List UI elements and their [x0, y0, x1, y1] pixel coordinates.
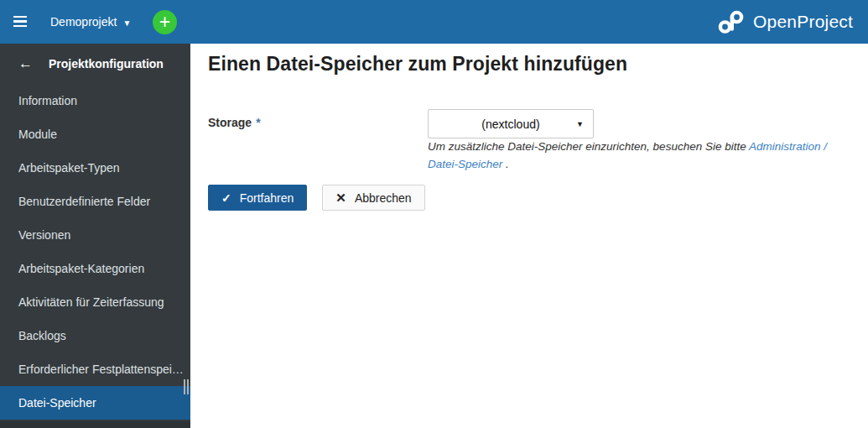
project-name: Demoprojekt — [50, 15, 117, 29]
continue-button-label: Fortfahren — [240, 191, 294, 205]
top-navigation-bar: Demoprojekt ▼ + OpenProject — [0, 0, 868, 44]
main-content: Einen Datei-Speicher zum Projekt hinzufü… — [190, 44, 868, 428]
storage-select-value: (nextcloud) — [481, 117, 539, 131]
project-switcher[interactable]: Demoprojekt ▼ — [50, 0, 131, 44]
sidebar-item-arbeitspaket-typen[interactable]: Arbeitspaket-Typen — [0, 151, 190, 185]
storage-hint-text: Um zusätzliche Datei-Speicher einzuricht… — [428, 138, 830, 173]
sidebar-item-benutzerdefinierte-felder[interactable]: Benutzerdefinierte Felder — [0, 185, 190, 218]
hint-prefix: Um zusätzliche Datei-Speicher einzuricht… — [428, 140, 749, 153]
sidebar-resize-handle[interactable] — [184, 379, 189, 394]
page-title: Einen Datei-Speicher zum Projekt hinzufü… — [208, 53, 868, 76]
hamburger-menu-icon[interactable] — [13, 16, 27, 27]
quick-add-button[interactable]: + — [153, 10, 177, 34]
sidebar-header-label: Projektkonfiguration — [49, 57, 164, 70]
continue-button[interactable]: ✓ Fortfahren — [208, 185, 307, 211]
hint-suffix: . — [502, 158, 509, 170]
storage-label-text: Storage — [208, 116, 252, 129]
sidebar-item-information[interactable]: Information — [0, 84, 190, 117]
sidebar-item-versionen[interactable]: Versionen — [0, 218, 190, 252]
check-icon: ✓ — [221, 191, 231, 205]
openproject-logo[interactable]: OpenProject — [717, 0, 853, 44]
sidebar-item-festplattenspeicher[interactable]: Erforderlicher Festplattenspei… — [0, 352, 190, 386]
sidebar-item-arbeitspaket-kategorien[interactable]: Arbeitspaket-Kategorien — [0, 252, 190, 285]
close-icon: ✕ — [335, 191, 346, 206]
sidebar-item-datei-speicher[interactable]: Datei-Speicher — [0, 386, 190, 420]
sidebar-header: ← Projektkonfiguration — [0, 44, 190, 84]
back-arrow-icon[interactable]: ← — [18, 55, 30, 72]
form-button-row: ✓ Fortfahren ✕ Abbrechen — [208, 185, 425, 211]
sidebar-bottom-strip — [0, 421, 190, 428]
storage-select[interactable]: (nextcloud) ▼ — [428, 109, 594, 138]
sidebar-item-module[interactable]: Module — [0, 117, 190, 151]
sidebar-item-aktivitaeten-zeiterfassung[interactable]: Aktivitäten für Zeiterfassung — [0, 285, 190, 319]
openproject-logo-icon — [717, 9, 746, 34]
sidebar-item-backlogs[interactable]: Backlogs — [0, 319, 190, 352]
logo-text: OpenProject — [753, 12, 853, 32]
project-settings-sidebar: ← Projektkonfiguration Information Modul… — [0, 44, 190, 428]
required-marker: * — [256, 116, 260, 129]
chevron-down-icon: ▼ — [122, 18, 131, 28]
plus-icon: + — [159, 13, 170, 32]
cancel-button-label: Abbrechen — [355, 191, 412, 205]
storage-field-label: Storage* — [208, 116, 261, 129]
select-caret-down-icon: ▼ — [576, 120, 584, 128]
cancel-button[interactable]: ✕ Abbrechen — [322, 185, 424, 211]
